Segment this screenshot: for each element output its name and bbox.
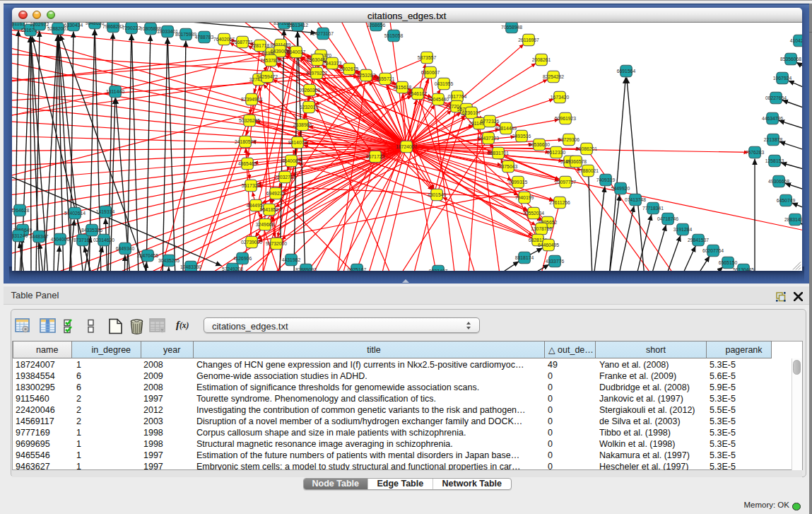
svg-text:24180578: 24180578: [235, 139, 256, 144]
svg-text:8414078: 8414078: [288, 140, 307, 145]
svg-text:3191284: 3191284: [673, 227, 693, 232]
svg-text:07413748: 07413748: [625, 197, 646, 202]
svg-text:74537838: 74537838: [260, 58, 281, 63]
svg-text:8737167: 8737167: [73, 238, 93, 243]
svg-text:24273167: 24273167: [312, 31, 334, 36]
svg-text:41979237: 41979237: [306, 71, 327, 76]
svg-text:01687731: 01687731: [232, 40, 253, 45]
svg-text:50961923: 50961923: [555, 116, 576, 121]
svg-text:4655721: 4655721: [376, 76, 395, 81]
svg-text:7343373: 7343373: [323, 61, 342, 66]
svg-text:0431955: 0431955: [435, 81, 454, 86]
svg-text:0640037: 0640037: [287, 49, 306, 54]
svg-text:6002675: 6002675: [340, 66, 359, 71]
svg-text:17483380: 17483380: [180, 264, 201, 269]
svg-text:49366578: 49366578: [565, 159, 587, 164]
svg-text:8818174: 8818174: [515, 255, 534, 260]
svg-text:0025167: 0025167: [348, 267, 367, 271]
svg-text:57249208: 57249208: [222, 267, 243, 271]
svg-text:2493516: 2493516: [512, 134, 531, 139]
svg-text:4640085: 4640085: [282, 158, 301, 163]
svg-text:2008261: 2008261: [532, 57, 551, 62]
svg-text:7375043: 7375043: [499, 164, 518, 169]
svg-text:2281718: 2281718: [251, 43, 270, 48]
svg-text:09260309: 09260309: [299, 88, 320, 93]
svg-text:17880021: 17880021: [577, 168, 599, 173]
svg-text:6849340: 6849340: [116, 246, 135, 251]
svg-text:7409319: 7409319: [596, 177, 616, 182]
svg-text:70658948: 70658948: [501, 25, 522, 30]
svg-text:6330434: 6330434: [64, 23, 83, 28]
svg-text:30435205: 30435205: [158, 258, 180, 263]
svg-text:30552034: 30552034: [523, 211, 544, 216]
svg-text:6565150: 6565150: [719, 260, 738, 265]
svg-text:3448347: 3448347: [30, 234, 49, 239]
svg-text:2202972: 2202972: [30, 23, 49, 27]
svg-text:38831701: 38831701: [488, 151, 509, 156]
svg-text:6671723: 6671723: [366, 154, 385, 159]
svg-text:1258153: 1258153: [765, 158, 784, 163]
svg-text:82889093: 82889093: [295, 267, 317, 271]
svg-text:59045440: 59045440: [428, 97, 449, 102]
svg-text:84335326: 84335326: [81, 228, 102, 233]
svg-text:6236107: 6236107: [462, 110, 481, 115]
svg-text:82254282: 82254282: [543, 74, 564, 79]
svg-text:80175989: 80175989: [175, 32, 196, 37]
svg-text:6949235: 6949235: [266, 191, 286, 196]
svg-text:0837407: 0837407: [429, 269, 448, 271]
svg-text:49306668: 49306668: [768, 179, 789, 184]
svg-text:9548620: 9548620: [86, 23, 105, 25]
svg-text:4865465: 4865465: [238, 161, 257, 166]
svg-text:6512330: 6512330: [547, 150, 566, 155]
svg-text:85356068: 85356068: [780, 57, 801, 62]
svg-text:60207764: 60207764: [702, 248, 724, 253]
svg-text:02014620: 02014620: [93, 238, 114, 243]
svg-text:7940199: 7940199: [515, 195, 534, 200]
svg-text:13613412: 13613412: [287, 23, 308, 28]
svg-text:6450749: 6450749: [777, 198, 796, 203]
svg-text:27611256: 27611256: [549, 200, 570, 205]
svg-text:1311440: 1311440: [106, 89, 124, 94]
svg-text:9541858: 9541858: [260, 207, 279, 212]
svg-text:3249668: 3249668: [256, 222, 275, 227]
svg-text:7290222: 7290222: [122, 25, 141, 30]
svg-text:5515058: 5515058: [384, 33, 404, 38]
svg-text:0317764: 0317764: [448, 94, 467, 99]
svg-text:1419314: 1419314: [96, 209, 115, 214]
svg-text:6360607: 6360607: [421, 70, 440, 75]
svg-text:4504000: 4504000: [51, 237, 70, 242]
svg-text:28831436: 28831436: [784, 217, 802, 222]
svg-text:7576283: 7576283: [746, 150, 765, 155]
svg-text:22032711: 22032711: [274, 175, 295, 180]
svg-text:08227654: 08227654: [765, 95, 787, 100]
svg-text:44634786: 44634786: [762, 116, 783, 121]
svg-text:20097737: 20097737: [555, 180, 576, 185]
svg-text:0831240: 0831240: [12, 233, 28, 238]
svg-text:6232010: 6232010: [300, 105, 319, 110]
svg-text:4126906: 4126906: [233, 256, 252, 261]
svg-text:77718341: 77718341: [642, 206, 664, 211]
svg-text:54437323: 54437323: [478, 136, 499, 141]
svg-text:22470455: 22470455: [137, 253, 158, 258]
svg-text:6772326: 6772326: [481, 119, 500, 124]
svg-text:04718746: 04718746: [657, 216, 678, 221]
svg-text:02739000: 02739000: [241, 240, 262, 245]
svg-text:4301540: 4301540: [428, 192, 447, 197]
svg-text:6691564: 6691564: [617, 69, 636, 74]
svg-text:5517329: 5517329: [242, 183, 261, 188]
svg-text:1067924: 1067924: [773, 76, 792, 81]
svg-text:98732000: 98732000: [266, 241, 287, 246]
svg-text:0399315: 0399315: [509, 180, 528, 185]
svg-text:1673420: 1673420: [551, 95, 570, 100]
svg-text:13078716: 13078716: [531, 226, 552, 231]
svg-text:1253287: 1253287: [357, 73, 376, 78]
svg-text:51402614: 51402614: [64, 211, 86, 216]
svg-text:4264628: 4264628: [12, 208, 29, 213]
svg-text:29841537: 29841537: [688, 238, 709, 243]
svg-text:2638986: 2638986: [293, 122, 312, 127]
svg-text:4333776: 4333776: [546, 259, 565, 264]
svg-text:60536630: 60536630: [529, 142, 550, 147]
svg-text:18724007: 18724007: [396, 144, 417, 149]
svg-text:26116957: 26116957: [518, 37, 539, 42]
svg-text:87394983: 87394983: [241, 97, 262, 102]
